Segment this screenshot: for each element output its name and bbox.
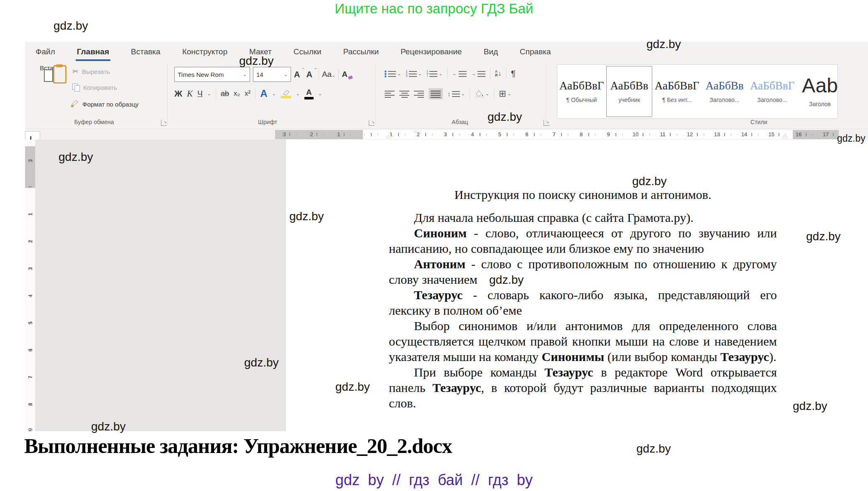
- site-tagline: gdz by // гдз бай // гдз by: [0, 471, 868, 489]
- font-color-button[interactable]: А: [304, 88, 314, 99]
- paragraph-group: ⌄ 123 ⌄ 1ai ⌄ ← →: [380, 62, 544, 118]
- ribbon-tab[interactable]: Файл: [34, 42, 56, 62]
- ribbon-tab[interactable]: Справка: [518, 42, 552, 62]
- paste-button[interactable]: Вставить ⌄: [36, 64, 70, 78]
- dialog-launcher-icon[interactable]: ↘: [161, 120, 167, 126]
- style-name: учебник: [618, 97, 640, 103]
- change-case-button[interactable]: Aa⌄: [322, 70, 335, 79]
- align-center-button[interactable]: [399, 90, 409, 98]
- style-item[interactable]: АаБбВвГ Заголово...: [749, 66, 796, 117]
- text-segment: Антоним: [414, 257, 465, 271]
- justify-button-selected[interactable]: [429, 88, 443, 99]
- style-item[interactable]: АаБбВв Заголово...: [701, 66, 748, 117]
- paragraph[interactable]: При выборе команды Тезаурус в редакторе …: [389, 364, 777, 411]
- ribbon-tab-label: Главная: [77, 47, 109, 56]
- strikethrough-button[interactable]: ab: [221, 89, 229, 98]
- ribbon-tab[interactable]: Главная: [76, 42, 110, 62]
- ruler-number: 12: [687, 130, 693, 140]
- ruler-number: 1: [27, 159, 33, 162]
- chevron-down-icon[interactable]: ⌄: [296, 91, 300, 97]
- font-size-combobox[interactable]: 14 ⌄: [253, 67, 291, 82]
- format-painter-button[interactable]: Формат по образцу: [70, 99, 139, 109]
- style-item[interactable]: АаБбВвГ ¶ Обычный: [558, 66, 605, 117]
- paragraph[interactable]: Тезаурус - словарь какого-либо языка, пр…: [389, 287, 777, 318]
- document-text[interactable]: Инструкция по поиску синонимов и антоним…: [389, 187, 777, 411]
- ribbon-tab[interactable]: Ссылки: [292, 42, 323, 62]
- group-divider: [546, 64, 546, 125]
- chevron-down-icon[interactable]: ⌄: [418, 71, 422, 76]
- dialog-launcher-icon[interactable]: ↘: [369, 120, 375, 126]
- italic-button[interactable]: К: [187, 89, 193, 99]
- copy-button[interactable]: Копировать: [72, 82, 117, 93]
- highlight-color-button[interactable]: [281, 89, 291, 99]
- text-segment: Тезаурус: [544, 365, 593, 379]
- ribbon-tab[interactable]: Вставка: [130, 42, 162, 62]
- ruler-number: 3: [444, 130, 447, 140]
- divider: [338, 69, 339, 80]
- paragraph[interactable]: Синоним - слово, отличающееся от другого…: [389, 225, 777, 256]
- numbered-list-button[interactable]: 123 ⌄: [406, 70, 422, 77]
- shading-button[interactable]: ⌄: [475, 89, 489, 98]
- paragraph[interactable]: Выбор синонимов и/или антонимов для опре…: [389, 318, 777, 364]
- ruler-ticks: [275, 130, 839, 139]
- grow-font-button[interactable]: Aˆ: [294, 70, 303, 79]
- sort-button[interactable]: АЯ ↓: [495, 70, 502, 77]
- watermark: gdz.by: [489, 273, 524, 287]
- style-name: ¶ Обычный: [566, 97, 597, 103]
- chevron-down-icon[interactable]: ⌄: [461, 91, 465, 97]
- chevron-down-icon[interactable]: ⌄: [485, 91, 489, 97]
- ribbon-tab[interactable]: Рецензирование: [399, 42, 463, 62]
- style-preview: АаБбВвГ: [559, 80, 604, 92]
- bullet-list-button[interactable]: ⌄: [385, 70, 401, 77]
- borders-button[interactable]: ⊞ ⌄: [499, 89, 511, 99]
- show-paragraph-marks-button[interactable]: ¶: [511, 69, 516, 79]
- paragraph[interactable]: Для начала небольшая справка (с сайта Гр…: [389, 210, 777, 225]
- bold-button[interactable]: Ж: [174, 89, 182, 99]
- ruler-number: 7: [27, 376, 33, 379]
- multilevel-list-icon: [429, 70, 437, 77]
- styles-group: АаБбВвГ ¶ Обычный АаБбВв учебник АаБбВвГ…: [551, 62, 868, 118]
- ribbon-tab-label: Справка: [520, 47, 551, 56]
- align-left-button[interactable]: [385, 90, 395, 98]
- style-item[interactable]: Ааb Заголов: [797, 66, 838, 117]
- decrease-indent-button[interactable]: ←: [452, 70, 467, 77]
- font-group: Times New Rom ⌄ 14 ⌄ Aˆ Aˇ Aa⌄ A: [169, 62, 376, 118]
- ruler-number: 4: [471, 130, 474, 140]
- ribbon-tab[interactable]: Вид: [483, 42, 499, 62]
- cut-button[interactable]: ✂ Вырезать: [72, 66, 110, 77]
- chevron-down-icon[interactable]: ⌄: [397, 71, 401, 76]
- dialog-launcher-icon[interactable]: ↘: [544, 120, 549, 126]
- chevron-down-icon[interactable]: ⌄: [318, 91, 322, 97]
- chevron-down-icon[interactable]: ⌄: [272, 91, 276, 97]
- numbered-list-icon: [409, 70, 417, 77]
- document-title[interactable]: Инструкция по поиску синонимов и антоним…: [389, 187, 777, 202]
- underline-button[interactable]: Ч: [197, 89, 203, 98]
- align-right-button[interactable]: [414, 90, 424, 98]
- ruler-number: 14: [741, 130, 747, 140]
- ribbon-tab[interactable]: Конструктор: [181, 42, 229, 62]
- chevron-down-icon[interactable]: ⌄: [439, 71, 442, 76]
- increase-indent-button[interactable]: →: [471, 70, 485, 77]
- line-spacing-button[interactable]: ↕ ⌄: [447, 90, 465, 97]
- shrink-font-button[interactable]: Aˇ: [306, 70, 315, 79]
- superscript-button[interactable]: x²: [245, 89, 250, 98]
- chevron-down-icon[interactable]: ⌄: [508, 91, 511, 97]
- style-name: Заголово...: [757, 97, 787, 103]
- ruler-number: 2: [27, 240, 33, 243]
- text-effects-button[interactable]: А: [260, 88, 267, 99]
- ribbon-tab[interactable]: Рассылки: [342, 42, 380, 62]
- ruler-number: 5: [498, 130, 501, 140]
- style-preview: АаБбВвГ: [655, 80, 700, 92]
- paragraph[interactable]: Антоним - слово с противоположным по отн…: [389, 256, 777, 287]
- style-item[interactable]: АаБбВвГ ¶ Без инт...: [654, 66, 700, 117]
- decrease-indent-icon: ←: [452, 71, 457, 76]
- highlighter-icon: [281, 89, 291, 99]
- font-name-combobox[interactable]: Times New Rom ⌄: [174, 67, 250, 82]
- subscript-button[interactable]: x₂: [234, 89, 240, 98]
- ruler-number: 2: [310, 130, 313, 140]
- text-segment: Синонимы: [542, 350, 605, 364]
- clear-formatting-button[interactable]: A: [342, 70, 352, 79]
- chevron-down-icon[interactable]: ⌄: [207, 91, 211, 97]
- multilevel-list-button[interactable]: 1ai ⌄: [426, 70, 443, 77]
- style-item[interactable]: АаБбВв учебник: [606, 66, 653, 117]
